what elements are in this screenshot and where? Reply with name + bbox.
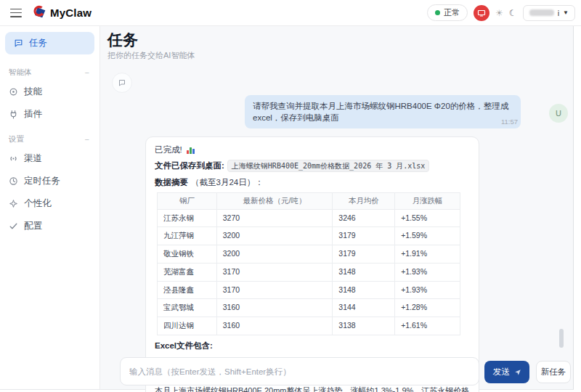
scrollbar-thumb[interactable]	[559, 329, 564, 348]
table-cell: 3200	[216, 227, 333, 245]
section-label: 设置	[9, 134, 24, 144]
dark-mode-icon[interactable]: ☾	[509, 9, 517, 17]
table-cell: 3160	[216, 299, 333, 317]
table-cell: 3200	[216, 245, 333, 264]
sidebar: 任务 智能体 − 技能 插件 设置 −	[0, 26, 100, 389]
collapse-icon[interactable]: −	[85, 68, 89, 77]
column-header: 月涨跌幅	[395, 192, 460, 209]
send-button[interactable]: 发送	[484, 361, 529, 383]
collapse-icon[interactable]: −	[85, 135, 89, 144]
summary-label: 数据摘要	[155, 176, 188, 189]
summary-rest: （截至3月24日）：	[191, 176, 264, 189]
page-title: 任务	[107, 30, 138, 50]
table-cell: +1.59%	[395, 227, 460, 245]
table-row: 泾县隆鑫31703148+1.93%	[158, 281, 460, 299]
conversation-avatar	[112, 73, 132, 93]
table-row: 九江萍钢32003179+1.59%	[158, 227, 460, 245]
table-cell: +1.93%	[395, 263, 460, 281]
table-cell: 敬业钢铁	[158, 245, 217, 264]
table-row: 四川达钢31603138+1.61%	[158, 317, 460, 335]
sidebar-item-tasks[interactable]: 任务	[5, 32, 94, 54]
sidebar-item-label: 个性化	[24, 197, 52, 210]
section-label: 智能体	[9, 68, 32, 78]
check-icon	[9, 221, 18, 231]
price-table-head-row: 钢厂最新价格（元/吨）本月均价月涨跌幅	[158, 192, 460, 209]
sidebar-item-label: 配置	[24, 220, 42, 232]
user-avatar: U	[549, 104, 568, 123]
table-cell: +1.28%	[395, 299, 460, 317]
table-cell: +1.61%	[395, 317, 460, 335]
user-name-suffix: i	[558, 9, 559, 17]
table-cell: 3148	[333, 263, 395, 281]
sidebar-item-channels[interactable]: 渠道	[0, 147, 99, 170]
brand: MyClaw	[32, 4, 92, 22]
table-cell: 宝武鄂城	[158, 299, 217, 317]
message-input[interactable]	[120, 357, 479, 385]
table-cell: 3144	[333, 299, 395, 317]
table-cell: 3148	[333, 281, 395, 299]
sidebar-item-label: 插件	[24, 108, 42, 121]
excel-label: Excel文件包含:	[155, 340, 213, 352]
assistant-message-card: 已完成! 文件已保存到桌面: 上海螺纹钢HRB400E_20mm价格数据_202…	[145, 136, 479, 392]
table-cell: +1.55%	[395, 209, 460, 227]
sidebar-item-skills[interactable]: 技能	[0, 81, 99, 103]
table-row: 芜湖富鑫31703148+1.93%	[158, 263, 460, 281]
speech-bubble-icon	[118, 78, 126, 87]
user-name-redacted	[529, 9, 554, 16]
table-cell: 3246	[333, 209, 395, 227]
sidebar-item-label: 渠道	[24, 152, 42, 165]
done-text: 已完成!	[155, 144, 182, 156]
main-area: 任务 把你的任务交给AI智能体 请帮我查询并提取本月上海市场螺纹钢HRB400E…	[100, 26, 573, 389]
file-line: 文件已保存到桌面: 上海螺纹钢HRB400E_20mm价格数据_2026 年 3…	[155, 160, 470, 172]
table-cell: 3179	[333, 245, 395, 264]
sparkle-icon	[9, 199, 18, 208]
price-table: 钢厂最新价格（元/吨）本月均价月涨跌幅 江苏永钢32703246+1.55%九江…	[157, 192, 460, 335]
file-name-chip[interactable]: 上海螺纹钢HRB400E_20mm价格数据_2026 年 3 月.xlsx	[227, 160, 430, 172]
table-cell: 泾县隆鑫	[158, 281, 217, 299]
table-row: 敬业钢铁32003179+1.91%	[158, 245, 460, 264]
price-table-body: 江苏永钢32703246+1.55%九江萍钢32003179+1.59%敬业钢铁…	[158, 209, 460, 335]
conclusion-text: 本月上海市场螺纹钢HRB400E 20mm整体呈上涨趋势，涨幅约1.3%-1.9…	[155, 385, 470, 392]
paper-plane-icon	[514, 369, 521, 376]
table-cell: 九江萍钢	[158, 227, 217, 245]
status-label: 正常	[444, 7, 460, 18]
table-row: 宝武鄂城31603144+1.28%	[158, 299, 460, 317]
file-label: 文件已保存到桌面:	[155, 160, 224, 172]
column-header: 钢厂	[158, 192, 217, 209]
light-mode-icon[interactable]: ☀	[495, 9, 503, 17]
menu-toggle-icon[interactable]	[10, 9, 22, 17]
broadcast-icon	[9, 154, 18, 163]
chevron-down-icon: ▼	[563, 9, 569, 16]
new-task-button[interactable]: 新任务	[536, 361, 571, 383]
sidebar-item-scheduled-tasks[interactable]: 定时任务	[0, 170, 99, 192]
top-bar: MyClaw 正常 ☀ ☾ i ▼	[0, 0, 581, 26]
table-cell: 3138	[333, 317, 395, 335]
page-subtitle: 把你的任务交给AI智能体	[107, 50, 195, 61]
sidebar-item-plugins[interactable]: 插件	[0, 103, 99, 126]
table-cell: 3160	[216, 317, 333, 335]
table-row: 江苏永钢32703246+1.55%	[158, 209, 460, 227]
sidebar-section-settings: 设置 −	[0, 126, 99, 147]
table-cell: 芜湖富鑫	[158, 263, 217, 281]
sidebar-section-agents: 智能体 −	[0, 59, 99, 81]
sidebar-item-label: 技能	[24, 86, 42, 98]
table-cell: 3170	[216, 281, 333, 299]
chat-bubble-icon	[14, 38, 23, 48]
monitor-icon	[477, 9, 486, 17]
sidebar-item-label: 定时任务	[24, 175, 60, 187]
user-menu[interactable]: i ▼	[523, 5, 575, 21]
sidebar-item-personalization[interactable]: 个性化	[0, 192, 99, 215]
table-cell: 3270	[216, 209, 333, 227]
done-line: 已完成!	[155, 144, 470, 156]
table-cell: +1.91%	[395, 245, 460, 264]
app-frame: 任务 智能体 − 技能 插件 设置 −	[0, 26, 574, 390]
send-label: 发送	[493, 366, 511, 378]
bar-chart-emoji	[187, 147, 195, 154]
screen-share-button[interactable]	[474, 5, 489, 21]
summary-line: 数据摘要（截至3月24日）：	[155, 176, 470, 189]
excel-label-line: Excel文件包含:	[155, 340, 470, 352]
sidebar-item-config[interactable]: 配置	[0, 215, 99, 237]
status-badge[interactable]: 正常	[427, 4, 468, 21]
table-cell: 四川达钢	[158, 317, 217, 335]
plug-icon	[9, 110, 18, 119]
